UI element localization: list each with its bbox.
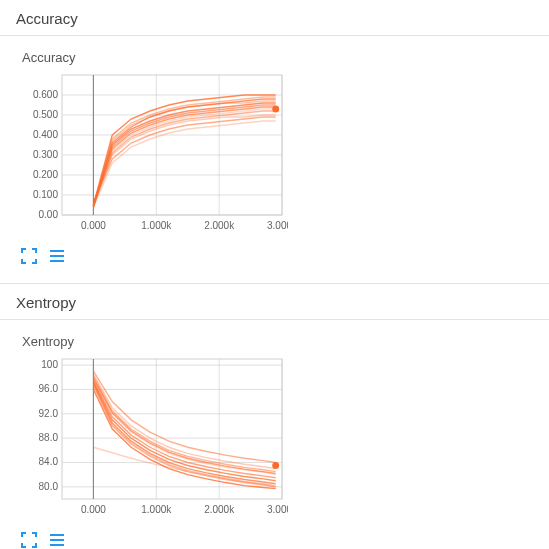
svg-text:0.300: 0.300 bbox=[33, 149, 58, 160]
svg-rect-51 bbox=[50, 534, 64, 536]
svg-text:0.600: 0.600 bbox=[33, 89, 58, 100]
svg-rect-27 bbox=[50, 260, 64, 262]
svg-text:0.200: 0.200 bbox=[33, 169, 58, 180]
svg-text:2.000k: 2.000k bbox=[204, 504, 235, 515]
svg-text:0.000: 0.000 bbox=[81, 220, 106, 231]
svg-rect-25 bbox=[50, 250, 64, 252]
expand-icon[interactable] bbox=[20, 531, 38, 549]
svg-text:88.0: 88.0 bbox=[39, 432, 59, 443]
svg-text:1.000k: 1.000k bbox=[141, 504, 172, 515]
svg-text:0.100: 0.100 bbox=[33, 189, 58, 200]
svg-text:100: 100 bbox=[41, 359, 58, 370]
svg-text:84.0: 84.0 bbox=[39, 456, 59, 467]
svg-text:2.000k: 2.000k bbox=[204, 220, 235, 231]
chart-toolbar-xentropy bbox=[20, 531, 549, 549]
svg-text:0.000: 0.000 bbox=[81, 504, 106, 515]
svg-point-24 bbox=[272, 106, 279, 113]
chart-toolbar-accuracy bbox=[20, 247, 549, 265]
svg-text:80.0: 80.0 bbox=[39, 481, 59, 492]
svg-text:0.500: 0.500 bbox=[33, 109, 58, 120]
svg-text:0.400: 0.400 bbox=[33, 129, 58, 140]
chart-card-accuracy: Accuracy 0.000.1000.2000.3000.4000.5000.… bbox=[0, 36, 549, 283]
svg-rect-26 bbox=[50, 255, 64, 257]
list-icon[interactable] bbox=[48, 531, 66, 549]
svg-rect-0 bbox=[62, 75, 282, 215]
section-header-accuracy[interactable]: Accuracy bbox=[0, 0, 549, 36]
chart-accuracy[interactable]: 0.000.1000.2000.3000.4000.5000.6000.0001… bbox=[18, 69, 288, 239]
expand-icon[interactable] bbox=[20, 247, 38, 265]
chart-xentropy[interactable]: 80.084.088.092.096.01000.0001.000k2.000k… bbox=[18, 353, 288, 523]
svg-point-50 bbox=[272, 462, 279, 469]
chart-card-xentropy: Xentropy 80.084.088.092.096.01000.0001.0… bbox=[0, 320, 549, 549]
svg-rect-52 bbox=[50, 539, 64, 541]
chart-title-accuracy: Accuracy bbox=[22, 50, 549, 65]
svg-text:3.000k: 3.000k bbox=[267, 504, 288, 515]
svg-text:92.0: 92.0 bbox=[39, 408, 59, 419]
svg-text:0.00: 0.00 bbox=[39, 209, 59, 220]
list-icon[interactable] bbox=[48, 247, 66, 265]
svg-rect-53 bbox=[50, 544, 64, 546]
svg-text:96.0: 96.0 bbox=[39, 383, 59, 394]
svg-text:1.000k: 1.000k bbox=[141, 220, 172, 231]
svg-text:3.000k: 3.000k bbox=[267, 220, 288, 231]
section-header-xentropy[interactable]: Xentropy bbox=[0, 283, 549, 320]
chart-title-xentropy: Xentropy bbox=[22, 334, 549, 349]
